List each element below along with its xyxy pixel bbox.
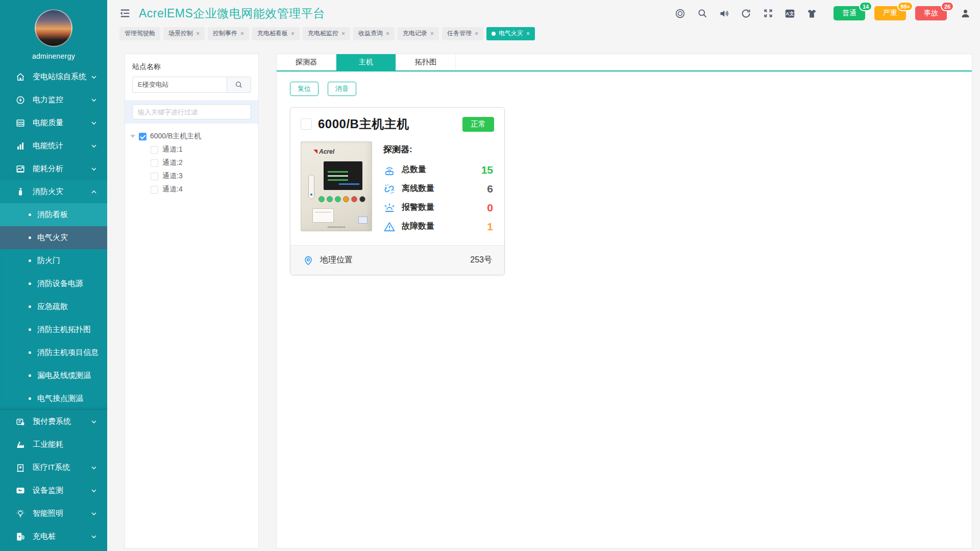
sidebar-item-medical-it[interactable]: 医疗IT系统 [0, 456, 107, 479]
detail-tabs: 探测器 主机 拓扑图 [277, 54, 972, 71]
refresh-icon[interactable] [741, 8, 751, 19]
bullet-icon [29, 328, 31, 331]
tab-task-management[interactable]: 任务管理× [442, 27, 483, 40]
close-icon[interactable]: × [475, 31, 478, 37]
device-monitor-icon [15, 486, 26, 496]
tree-node-channel-4[interactable]: 通道:4 [151, 183, 253, 196]
host-card[interactable]: 6000/B主机主机 正常 Acrel [290, 107, 505, 275]
user-icon[interactable] [960, 8, 971, 19]
location-pin-icon [303, 255, 314, 266]
tab-charging-records[interactable]: 充电记录× [398, 27, 439, 40]
close-icon[interactable]: × [526, 31, 530, 37]
sidebar-item-industry-energy[interactable]: 工业能耗 [0, 433, 107, 456]
tree-checkbox[interactable] [151, 186, 158, 194]
close-icon[interactable]: × [430, 31, 434, 37]
submenu-item-electrical-fire[interactable]: 电气火灾 [0, 226, 107, 249]
close-icon[interactable]: × [240, 31, 244, 37]
submenu-item-fire-host-project-info[interactable]: 消防主机项目信息 [0, 341, 107, 364]
tab-charger-monitor[interactable]: 充电桩监控× [303, 27, 350, 40]
sidebar-item-label: 预付费系统 [33, 417, 91, 426]
detector-section-title: 探测器: [383, 143, 493, 155]
alarm-severe-label: 严重 [883, 9, 897, 18]
host-card-checkbox[interactable] [301, 118, 312, 130]
volume-icon[interactable] [719, 8, 729, 19]
stat-row-offline: 离线数量 6 [383, 179, 493, 198]
fire-extinguisher-icon [15, 187, 26, 197]
device-printer [312, 208, 334, 223]
tree-checkbox[interactable] [151, 159, 158, 167]
sidebar-item-substation[interactable]: 变电站综自系统 [0, 65, 107, 88]
submenu-item-electrical-contact-temp[interactable]: 电气接点测温 [0, 387, 107, 410]
submenu-item-fire-host-topology[interactable]: 消防主机拓扑图 [0, 318, 107, 341]
submenu-item-label: 消防设备电源 [37, 279, 83, 289]
chevron-up-icon [91, 189, 97, 195]
tab-charger-dashboard[interactable]: 充电桩看板× [252, 27, 300, 40]
submenu-item-fire-equipment-power[interactable]: 消防设备电源 [0, 272, 107, 295]
alarm-accident-button[interactable]: 事故 26 [915, 6, 947, 20]
close-icon[interactable]: × [196, 31, 200, 37]
submenu-item-emergency-evacuation[interactable]: 应急疏散 [0, 295, 107, 318]
username: adminenergy [0, 52, 107, 60]
sidebar-item-device-monitor[interactable]: 设备监测 [0, 479, 107, 502]
sidebar-item-fire-safety[interactable]: 消防火灾 [0, 180, 107, 203]
search-icon[interactable] [697, 8, 707, 19]
tab-management-cockpit[interactable]: 管理驾驶舱 [119, 27, 160, 40]
tab-detectors[interactable]: 探测器 [277, 54, 336, 70]
site-search-input[interactable] [132, 77, 227, 93]
submenu-item-fire-dashboard[interactable]: 消防看板 [0, 203, 107, 226]
tree-node-channel-2[interactable]: 通道:2 [151, 156, 253, 170]
sidebar-item-energy-analysis[interactable]: 能耗分析 [0, 157, 107, 180]
site-search-button[interactable] [227, 77, 251, 93]
submenu-item-label: 消防看板 [37, 210, 68, 220]
alarm-normal-button[interactable]: 普通 14 [834, 6, 865, 20]
tab-control-events[interactable]: 控制事件× [208, 27, 249, 40]
alarm-accident-count: 26 [941, 2, 954, 11]
tree-checkbox[interactable] [151, 146, 158, 154]
avatar[interactable] [35, 9, 72, 47]
fullscreen-icon[interactable] [763, 8, 773, 19]
sidebar-item-smart-lighting[interactable]: 智能照明 [0, 502, 107, 525]
alarm-severe-button[interactable]: 严重 99+ [874, 6, 906, 20]
chevron-down-icon [91, 166, 97, 172]
tab-label: 电气火灾 [499, 29, 523, 38]
sidebar-item-prepaid[interactable]: 预付费系统 [0, 410, 107, 433]
tab-scene-control[interactable]: 场景控制× [163, 27, 205, 40]
sidebar-item-label: 设备监测 [33, 486, 91, 495]
tab-hosts[interactable]: 主机 [336, 54, 396, 70]
tree-node-channel-1[interactable]: 通道:1 [151, 143, 253, 156]
submenu-item-fire-door[interactable]: 防火门 [0, 249, 107, 272]
tree-checkbox[interactable] [151, 173, 158, 180]
caret-down-icon[interactable] [130, 135, 135, 138]
tree-node-channel-3[interactable]: 通道:3 [151, 170, 253, 183]
host-card-footer: 地理位置 253号 [290, 245, 504, 275]
site-search [132, 77, 251, 93]
chevron-down-icon [91, 74, 97, 80]
tree-root-checkbox[interactable] [139, 133, 146, 140]
close-icon[interactable]: × [341, 31, 345, 37]
sidebar-item-power-monitor[interactable]: 电力监控 [0, 88, 107, 111]
help-ring-icon[interactable] [675, 8, 685, 19]
stat-label: 故障数量 [402, 221, 434, 232]
chevron-down-icon [91, 465, 97, 471]
submenu-item-leakage-cable-temp[interactable]: 漏电及线缆测温 [0, 364, 107, 387]
offline-icon [383, 183, 396, 195]
reset-button[interactable]: 复位 [290, 82, 318, 96]
tab-topology[interactable]: 拓扑图 [396, 54, 456, 70]
medical-icon [15, 463, 26, 473]
close-icon[interactable]: × [386, 31, 389, 37]
close-icon[interactable]: × [291, 31, 295, 37]
mute-button[interactable]: 消音 [328, 82, 356, 96]
tree-root-node[interactable]: 6000/B主机主机 [130, 130, 253, 143]
tab-revenue-query[interactable]: 收益查询× [353, 27, 395, 40]
sidebar-item-label: 电能质量 [33, 118, 91, 128]
tab-electrical-fire[interactable]: 电气火灾× [486, 27, 535, 40]
tab-label: 任务管理 [447, 29, 472, 38]
translate-icon[interactable]: A文 [785, 8, 795, 19]
tree-filter-input[interactable] [132, 104, 251, 119]
sidebar-item-energy-stats[interactable]: 电能统计 [0, 134, 107, 157]
sidebar-item-power-quality[interactable]: 电能质量 [0, 111, 107, 134]
theme-shirt-icon[interactable] [806, 8, 817, 19]
chevron-down-icon [91, 511, 97, 517]
sidebar-item-ev-charger[interactable]: 充电桩 [0, 525, 107, 548]
menu-fold-icon[interactable] [119, 8, 131, 19]
